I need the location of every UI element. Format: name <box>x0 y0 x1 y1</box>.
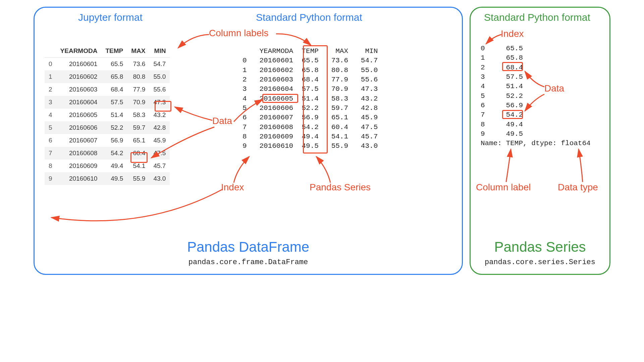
jupyter-table-container: YEARMODA TEMP MAX MIN 02016060165.573.65… <box>45 45 170 185</box>
table-row: 12016060265.880.855.0 <box>45 70 170 83</box>
cell-yearmoda: 20160601 <box>56 58 102 71</box>
jupyter-format-heading: Jupyter format <box>78 12 143 23</box>
cell-max: 73.6 <box>127 58 149 71</box>
cell-min: 47.5 <box>149 147 170 160</box>
series-classpath: pandas.core.series.Series <box>471 258 609 266</box>
jupyter-header-row: YEARMODA TEMP MAX MIN <box>45 45 170 58</box>
cell-temp: 57.5 <box>101 96 127 109</box>
column-labels-annotation: Column labels <box>209 28 268 39</box>
pandas-series-annotation: Pandas Series <box>310 182 371 193</box>
cell-yearmoda: 20160609 <box>56 160 102 172</box>
dataframe-classpath: pandas.core.frame.DataFrame <box>35 258 462 266</box>
cell-max: 65.1 <box>127 134 149 147</box>
data-annotation: Data <box>212 116 232 126</box>
dataframe-panel: Jupyter format Standard Python format Co… <box>34 7 463 275</box>
cell-max: 55.9 <box>127 172 149 185</box>
cell-temp: 52.2 <box>101 121 127 134</box>
cell-temp: 68.4 <box>101 83 127 96</box>
cell-max: 60.4 <box>127 147 149 160</box>
arrow-icon <box>575 148 588 185</box>
cell-temp: 51.4 <box>101 109 127 121</box>
cell-max: 70.9 <box>127 96 149 109</box>
data-annotation-series: Data <box>544 83 564 94</box>
table-row: 02016060165.573.654.7 <box>45 58 170 71</box>
data-type-annotation: Data type <box>558 182 598 193</box>
row-index: 3 <box>45 96 56 109</box>
cell-min: 43.2 <box>149 109 170 121</box>
cell-yearmoda: 20160608 <box>56 147 102 160</box>
arrow-icon <box>230 155 254 185</box>
cell-temp: 65.8 <box>101 70 127 83</box>
cell-min: 55.6 <box>149 83 170 96</box>
table-row: 52016060652.259.742.8 <box>45 121 170 134</box>
row-index: 4 <box>45 109 56 121</box>
stdpy-dataframe-text: YEARMODA TEMP MAX MIN 0 20160601 65.5 73… <box>243 47 378 151</box>
col-min: MIN <box>149 45 170 58</box>
cell-yearmoda: 20160605 <box>56 109 102 121</box>
cell-temp: 54.2 <box>101 147 127 160</box>
col-max: MAX <box>127 45 149 58</box>
cell-yearmoda: 20160610 <box>56 172 102 185</box>
index-annotation: Index <box>221 182 244 193</box>
series-title: Pandas Series <box>471 239 609 255</box>
standard-python-format-heading: Standard Python format <box>256 12 362 23</box>
cell-max: 54.1 <box>127 160 149 172</box>
arrow-icon <box>173 106 216 122</box>
jupyter-table: YEARMODA TEMP MAX MIN 02016060165.573.65… <box>45 45 170 185</box>
arrow-icon <box>314 155 337 185</box>
arrow-icon <box>503 148 516 185</box>
row-index: 0 <box>45 58 56 71</box>
cell-min: 45.9 <box>149 134 170 147</box>
column-label-annotation: Column label <box>476 182 531 193</box>
cell-min: 45.7 <box>149 160 170 172</box>
cell-max: 77.9 <box>127 83 149 96</box>
arrow-icon <box>276 31 316 49</box>
row-index: 6 <box>45 134 56 147</box>
cell-min: 55.0 <box>149 70 170 83</box>
row-index: 1 <box>45 70 56 83</box>
table-row: 72016060854.260.447.5 <box>45 147 170 160</box>
dataframe-title: Pandas DataFrame <box>35 239 462 255</box>
table-row: 42016060551.458.343.2 <box>45 109 170 121</box>
stdpy-series-text: 0 65.5 1 65.8 2 68.4 3 57.5 4 51.4 5 52.… <box>481 44 591 148</box>
cell-max: 80.8 <box>127 70 149 83</box>
table-row: 22016060368.477.955.6 <box>45 83 170 96</box>
row-index: 5 <box>45 121 56 134</box>
cell-yearmoda: 20160603 <box>56 83 102 96</box>
cell-yearmoda: 20160604 <box>56 96 102 109</box>
cell-min: 47.3 <box>149 96 170 109</box>
cell-max: 59.7 <box>127 121 149 134</box>
arrow-icon <box>45 187 226 234</box>
cell-yearmoda: 20160607 <box>56 134 102 147</box>
index-annotation-series: Index <box>501 28 524 39</box>
row-index: 7 <box>45 147 56 160</box>
table-row: 62016060756.965.145.9 <box>45 134 170 147</box>
table-row: 32016060457.570.947.3 <box>45 96 170 109</box>
cell-temp: 49.5 <box>101 172 127 185</box>
row-index: 2 <box>45 83 56 96</box>
table-row: 82016060949.454.145.7 <box>45 160 170 172</box>
col-yearmoda: YEARMODA <box>56 45 102 58</box>
table-row: 92016061049.555.943.0 <box>45 172 170 185</box>
cell-min: 42.8 <box>149 121 170 134</box>
cell-min: 54.7 <box>149 58 170 71</box>
standard-python-format-heading-series: Standard Python format <box>484 12 590 23</box>
cell-max: 58.3 <box>127 109 149 121</box>
col-temp: TEMP <box>101 45 127 58</box>
cell-min: 43.0 <box>149 172 170 185</box>
cell-yearmoda: 20160602 <box>56 70 102 83</box>
cell-temp: 56.9 <box>101 134 127 147</box>
cell-yearmoda: 20160606 <box>56 121 102 134</box>
series-panel: Standard Python format Index 0 65.5 1 65… <box>470 7 610 275</box>
cell-temp: 65.5 <box>101 58 127 71</box>
row-index: 8 <box>45 160 56 172</box>
cell-temp: 49.4 <box>101 160 127 172</box>
row-index: 9 <box>45 172 56 185</box>
